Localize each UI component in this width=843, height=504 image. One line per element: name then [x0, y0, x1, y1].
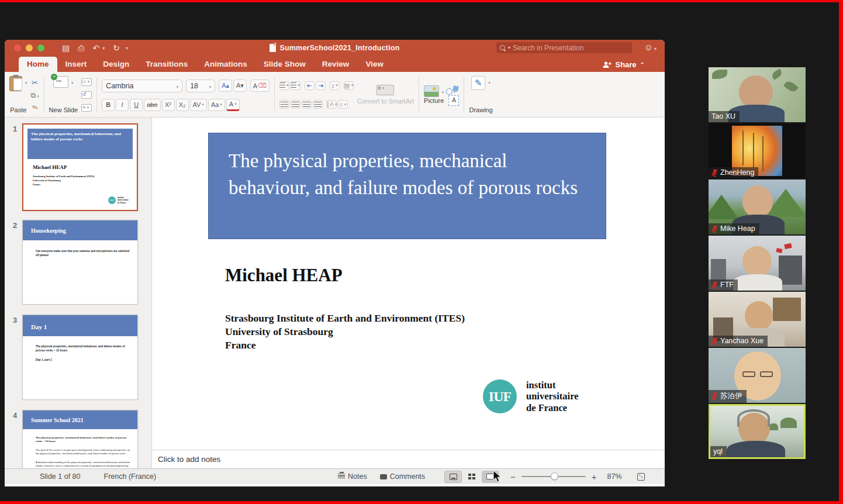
slide-thumbnail-4[interactable]: Summer School 2021 The physical properti… [22, 410, 138, 468]
cut-icon[interactable]: ✂ [32, 78, 38, 87]
slide-title-box[interactable]: The physical properties, mechanical beha… [208, 133, 606, 239]
zoom-percentage[interactable]: 87% [607, 472, 622, 481]
font-color-button[interactable]: A [226, 99, 240, 111]
increase-font-size-button[interactable]: A▴ [219, 80, 232, 92]
reset-slide-icon[interactable]: ↺ [81, 91, 92, 99]
tab-animations[interactable]: Animations [196, 57, 255, 72]
quick-access-caret[interactable]: ▾ [126, 46, 128, 51]
slide-thumbnail-3[interactable]: Day 1 The physical properties, mechanica… [22, 315, 138, 400]
justify-button[interactable] [313, 100, 323, 109]
picture-label[interactable]: Picture [424, 97, 444, 105]
zoom-window-button[interactable] [37, 44, 44, 51]
character-spacing-button[interactable]: AV [190, 99, 207, 111]
line-spacing-button[interactable]: ↕ [330, 81, 340, 90]
slide-layout-icon[interactable]: ▭ [81, 78, 92, 86]
underline-button[interactable]: U [130, 99, 143, 111]
bullets-button[interactable] [279, 81, 289, 90]
comments-toggle[interactable]: Comments [380, 472, 425, 481]
zoom-in-button[interactable]: + [592, 472, 597, 481]
superscript-button[interactable]: X² [162, 99, 175, 111]
participant-video-ftf[interactable]: FTF [709, 236, 806, 291]
italic-button[interactable]: I [116, 99, 129, 111]
slide-sorter-view-button[interactable] [463, 471, 481, 483]
notes-pane[interactable]: Click to add notes [152, 450, 665, 468]
tab-transitions[interactable]: Transitions [137, 57, 196, 72]
search-input[interactable] [513, 44, 618, 52]
slide-thumbnail-1[interactable]: The physical properties, mechanical beha… [22, 123, 138, 211]
slide-surface[interactable]: The physical properties, mechanical beha… [152, 118, 665, 450]
thumb-number-2: 2 [13, 221, 17, 230]
participant-video-yql[interactable]: yql [709, 404, 806, 459]
text-box-icon[interactable]: A [448, 95, 459, 106]
tab-insert[interactable]: Insert [57, 57, 95, 72]
paste-icon[interactable] [9, 76, 22, 91]
copy-icon[interactable]: ⧉ [31, 91, 39, 99]
zoom-slider-knob[interactable] [551, 472, 558, 480]
search-scope-caret[interactable]: ▾ [508, 45, 510, 50]
decrease-indent-button[interactable]: ⇤ [305, 81, 315, 90]
feedback-smiley-icon[interactable]: ☺▾ [644, 43, 657, 51]
tab-slide-show[interactable]: Slide Show [255, 57, 314, 72]
drawing-dropdown-caret[interactable] [487, 76, 490, 87]
numbering-button[interactable] [291, 81, 300, 90]
undo-dropdown-caret[interactable]: ▾ [102, 46, 105, 51]
normal-view-button[interactable] [444, 471, 462, 483]
clear-formatting-button[interactable]: A⌫ [250, 80, 270, 92]
new-slide-icon[interactable]: + [53, 76, 68, 88]
shapes-icon[interactable] [452, 85, 456, 95]
participant-video-subayi[interactable]: 苏泊伊 [709, 348, 806, 403]
subscript-button[interactable]: X₂ [176, 99, 189, 111]
format-painter-icon[interactable]: ✎ [30, 103, 39, 113]
participant-video-yanchaoxue[interactable]: Yanchao Xue [709, 292, 806, 347]
tab-design[interactable]: Design [95, 57, 137, 72]
undo-icon[interactable]: ↶ [92, 44, 99, 52]
tab-view[interactable]: View [357, 57, 392, 72]
paste-label[interactable]: Paste [10, 106, 26, 114]
align-text-button[interactable]: ≡ [338, 100, 348, 109]
align-right-button[interactable] [302, 100, 312, 109]
columns-button[interactable]: ▦ [344, 81, 354, 90]
fit-to-window-icon[interactable]: ⤡ [637, 473, 645, 481]
tab-review[interactable]: Review [314, 57, 358, 72]
participant-video-taoxu[interactable]: Tao XU [709, 67, 806, 122]
tab-home[interactable]: Home [19, 57, 57, 72]
convert-smartart-label[interactable]: Convert to SmartArt [357, 98, 414, 105]
decrease-font-size-button[interactable]: A▾ [233, 80, 247, 92]
zoom-slider[interactable] [521, 476, 586, 477]
slide-affiliation[interactable]: Strasbourg Institute of Earth and Enviro… [225, 312, 465, 352]
slide-author[interactable]: Michael HEAP [225, 265, 343, 286]
picture-icon[interactable] [424, 85, 439, 97]
thumb2-title: Housekeeping [23, 220, 137, 240]
zoom-out-button[interactable]: − [510, 472, 516, 481]
text-direction-button[interactable]: ∥A [327, 100, 337, 109]
redo-icon[interactable]: ↻ [113, 44, 120, 52]
picture-dropdown-caret[interactable] [441, 85, 444, 96]
font-size-combo[interactable]: 18 [186, 80, 215, 92]
increase-indent-button[interactable]: ⇥ [316, 81, 326, 90]
align-center-button[interactable] [291, 100, 300, 109]
minimize-window-button[interactable] [26, 44, 33, 51]
change-case-button[interactable]: Aa [208, 99, 225, 111]
thumb1-affil-3: France [33, 183, 137, 187]
participant-video-mikeheap[interactable]: Mike Heap [709, 179, 806, 234]
new-slide-dropdown-caret[interactable] [70, 76, 74, 87]
close-window-button[interactable] [14, 44, 21, 51]
participant-video-zhenheng[interactable]: ZhenHeng [709, 123, 806, 178]
slide-thumbnail-2[interactable]: Housekeeping Can everyone make sure that… [22, 220, 138, 305]
align-left-button[interactable] [279, 100, 289, 109]
toggle-sidebar-icon[interactable]: ▤ [62, 44, 70, 52]
save-icon[interactable]: ⎙ [78, 44, 84, 52]
new-slide-label[interactable]: New Slide [49, 106, 78, 114]
section-icon[interactable]: ≖ [81, 104, 92, 112]
share-button[interactable]: Share ⌃ [603, 60, 645, 69]
search-box[interactable]: ▾ [496, 42, 632, 53]
collapse-ribbon-icon[interactable]: ⌃ [640, 61, 645, 68]
notes-toggle[interactable]: Notes [338, 472, 367, 481]
language-indicator[interactable]: French (France) [104, 472, 157, 481]
drawing-label[interactable]: Drawing [469, 106, 492, 114]
drawing-icon[interactable]: ✎ [471, 76, 485, 90]
font-name-combo[interactable]: Cambria [102, 80, 182, 92]
bold-button[interactable]: B [102, 99, 115, 111]
strikethrough-button[interactable]: abe [144, 99, 160, 111]
paste-dropdown-caret[interactable] [24, 76, 27, 87]
